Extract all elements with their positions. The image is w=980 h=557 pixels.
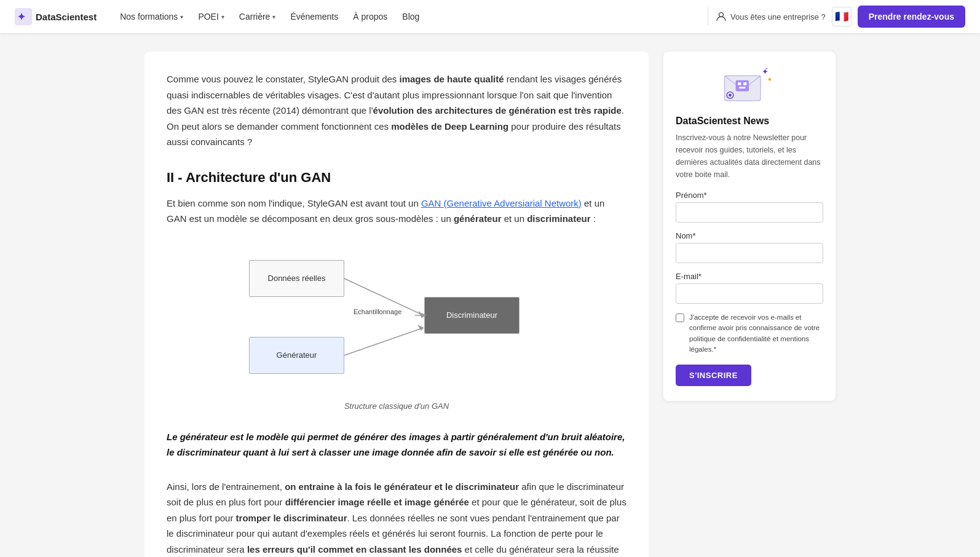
sidebar: ✦ ★ ✦ DataScientest News Inscrivez-vous … — [663, 52, 836, 557]
nom-input[interactable] — [676, 243, 823, 263]
enterprise-link[interactable]: Vous êtes une entreprise ? — [716, 11, 826, 22]
consent-row: J'accepte de recevoir vos e-mails et con… — [676, 312, 823, 355]
newsletter-icon: ✦ ★ ✦ — [722, 64, 777, 107]
nav-item-blog[interactable]: Blog — [396, 8, 425, 25]
diagram-caption: Structure classique d'un GAN — [344, 401, 449, 411]
main-content: Comme vous pouvez le constater, StyleGAN… — [144, 52, 649, 557]
chevron-down-icon: ▾ — [221, 14, 224, 20]
svg-text:★: ★ — [767, 76, 772, 82]
gan-link[interactable]: GAN (Generative Adversiarial Network) — [421, 198, 582, 208]
svg-line-5 — [344, 328, 424, 355]
svg-rect-14 — [739, 87, 746, 89]
svg-rect-12 — [738, 82, 741, 85]
nav-item-carriere[interactable]: Carrière ▾ — [233, 8, 282, 25]
section-title: II - Architecture d'un GAN — [167, 170, 626, 186]
box-donnees: Données réelles — [249, 260, 344, 297]
diagram-container: Données réelles Générateur Discriminateu… — [167, 242, 626, 411]
nav-item-apropos[interactable]: À propos — [347, 8, 393, 25]
svg-text:✦: ✦ — [765, 66, 769, 71]
logo[interactable]: ✦ DataScientest — [15, 8, 97, 25]
prenom-input[interactable] — [676, 202, 823, 223]
cta-button[interactable]: Prendre rendez-vous — [858, 6, 965, 28]
consent-label: J'accepte de recevoir vos e-mails et con… — [689, 312, 823, 355]
newsletter-icon-area: ✦ ★ ✦ — [676, 64, 823, 107]
bottom-paragraph: Ainsi, lors de l'entrainement, on entrai… — [167, 479, 626, 558]
gan-diagram: Données réelles Générateur Discriminateu… — [237, 242, 556, 395]
svg-rect-13 — [743, 82, 746, 85]
body-paragraph: Et bien comme son nom l'indique, StyleGA… — [167, 196, 626, 227]
box-generateur: Générateur — [249, 337, 344, 374]
consent-checkbox[interactable] — [676, 314, 684, 322]
nav-item-evenements[interactable]: Événements — [284, 8, 344, 25]
chevron-down-icon: ▾ — [180, 14, 183, 20]
enterprise-icon — [716, 11, 727, 22]
chevron-down-icon: ▾ — [272, 14, 275, 20]
email-label: E-mail* — [676, 272, 823, 281]
page-wrapper: Comme vous pouvez le constater, StyleGAN… — [90, 33, 890, 557]
echantillonnage-label: Echantillonnage — [354, 308, 401, 315]
subscribe-button[interactable]: S'INSCRIRE — [676, 365, 751, 386]
navbar-right: Vous êtes une entreprise ? 🇫🇷 Prendre re… — [716, 6, 965, 28]
intro-paragraph: Comme vous pouvez le constater, StyleGAN… — [167, 71, 626, 150]
nav-item-formations[interactable]: Nos formations ▾ — [114, 8, 189, 25]
blockquote-section: Le générateur est le modèle qui permet d… — [167, 423, 626, 467]
svg-marker-4 — [418, 310, 424, 317]
svg-marker-6 — [417, 325, 424, 331]
nom-label: Nom* — [676, 231, 823, 240]
nav-item-poei[interactable]: POEI ▾ — [192, 8, 230, 25]
blockquote-text: Le générateur est le modèle qui permet d… — [167, 429, 626, 460]
navbar-nav: Nos formations ▾ POEI ▾ Carrière ▾ Événe… — [114, 8, 700, 25]
box-discriminateur: Discriminateur — [424, 297, 520, 334]
svg-point-19 — [729, 94, 732, 97]
logo-icon: ✦ — [15, 8, 32, 25]
nav-divider — [708, 7, 708, 26]
svg-text:✦: ✦ — [17, 12, 26, 22]
svg-rect-11 — [736, 80, 749, 91]
newsletter-card: ✦ ★ ✦ DataScientest News Inscrivez-vous … — [663, 52, 836, 401]
prenom-label: Prénom* — [676, 191, 823, 200]
newsletter-description: Inscrivez-vous à notre Newsletter pour r… — [676, 132, 823, 181]
navbar: ✦ DataScientest Nos formations ▾ POEI ▾ … — [0, 0, 980, 33]
email-input[interactable] — [676, 283, 823, 304]
newsletter-title: DataScientest News — [676, 116, 823, 127]
language-flag[interactable]: 🇫🇷 — [832, 7, 852, 26]
